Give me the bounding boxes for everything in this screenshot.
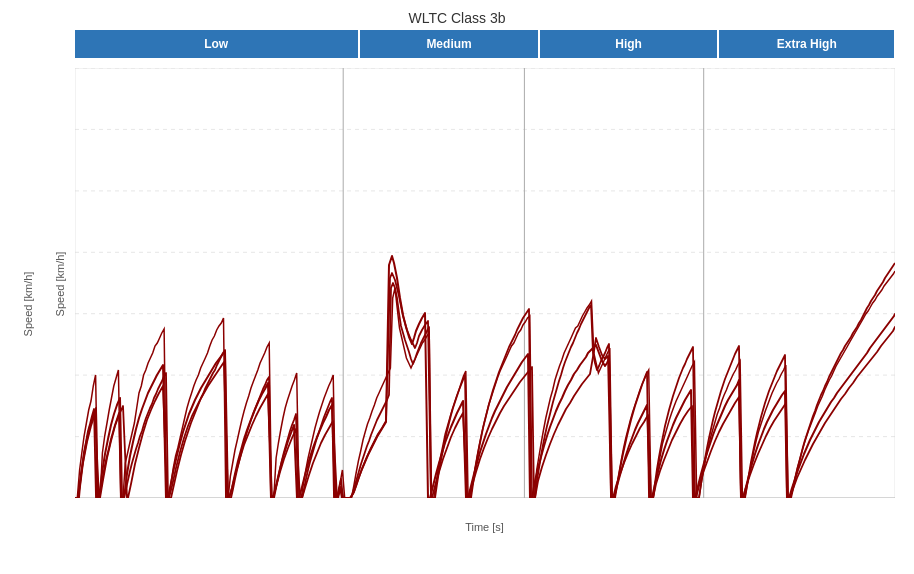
phase-extra-high: Extra High <box>719 30 894 58</box>
phase-low: Low <box>75 30 360 58</box>
y-axis-label: Speed [km/h] <box>22 272 34 337</box>
chart-title: WLTC Class 3b <box>409 10 506 26</box>
chart-wrapper: WLTC Class 3b Low Medium High Extra High… <box>0 0 914 574</box>
y-axis-label: Speed [km/h] <box>54 252 66 317</box>
phase-bar-container: Low Medium High Extra High <box>75 30 895 58</box>
chart-inner: 0 20 40 60 80 100 120 140 0 50 100 150 2… <box>75 68 895 498</box>
chart-area: Speed [km/h] 0 20 40 <box>20 58 895 538</box>
phase-high: High <box>540 30 719 58</box>
x-axis-label: Time [s] <box>75 521 895 533</box>
wltc-final <box>75 68 895 498</box>
phase-medium: Medium <box>360 30 540 58</box>
